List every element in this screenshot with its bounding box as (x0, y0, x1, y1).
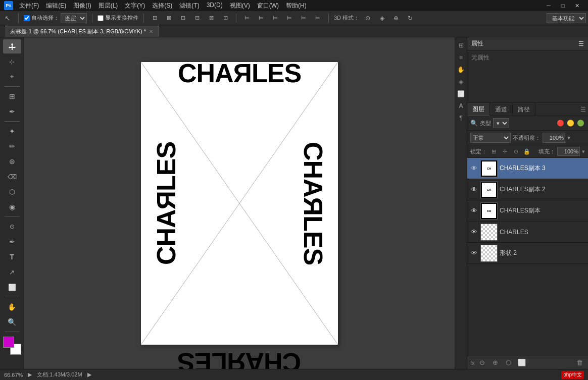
healing-tool-button[interactable]: ✦ (3, 124, 21, 138)
layers-panel-menu-icon[interactable]: ☰ (580, 106, 586, 113)
add-layer-mask-button[interactable]: ⊙ (477, 358, 488, 368)
distribute-top-icon[interactable]: ⊨ (284, 13, 295, 24)
paragraph-panel-icon[interactable]: ¶ (457, 113, 466, 123)
menu-text[interactable]: 文字(Y) (122, 1, 148, 11)
align-bottom-icon[interactable]: ⊡ (220, 13, 231, 24)
adjustments-icon[interactable]: ≡ (457, 52, 466, 63)
shape-panel-icon[interactable]: ⬜ (457, 89, 466, 99)
new-layer-button[interactable]: ⬜ (516, 358, 527, 368)
opacity-input[interactable] (543, 133, 565, 143)
tab-layers[interactable]: 图层 (467, 103, 490, 116)
lock-pixels-button[interactable]: ⊞ (489, 147, 498, 156)
hand-panel-icon[interactable]: ✋ (457, 65, 466, 75)
fill-arrow-icon[interactable]: ▾ (582, 148, 585, 155)
menu-filter[interactable]: 滤镜(T) (176, 1, 202, 11)
layer-item[interactable]: 👁 CHARLES (467, 222, 588, 243)
lasso-tool-button[interactable]: ⌖ (3, 70, 21, 84)
close-button[interactable]: ✕ (570, 0, 584, 11)
3d-icon-3[interactable]: ⊕ (390, 13, 402, 24)
3d-icon-4[interactable]: ↻ (405, 13, 416, 24)
blend-mode-select[interactable]: 正常 (470, 133, 511, 143)
layer-item[interactable]: 👁 形状 2 (467, 243, 588, 264)
distribute-v-icon[interactable]: ⊨ (298, 13, 309, 24)
workspace-select[interactable]: 基本功能 (547, 13, 586, 23)
eyedrop-tool-button[interactable]: ✒ (3, 104, 21, 119)
menu-image[interactable]: 图像(I) (70, 1, 94, 11)
distribute-left-icon[interactable]: ⊨ (241, 13, 253, 24)
blur-tool-button[interactable]: ◉ (3, 200, 21, 214)
align-center-v-icon[interactable]: ⊠ (206, 13, 217, 24)
distribute-right-icon[interactable]: ⊨ (270, 13, 281, 24)
3d-icon-2[interactable]: ◈ (376, 13, 387, 24)
menu-3d[interactable]: 3D(D) (204, 1, 226, 11)
lock-all-button[interactable]: 🔒 (522, 147, 531, 156)
move-tool-icon[interactable]: ↖ (2, 13, 13, 24)
eraser-tool-button[interactable]: ⌫ (3, 170, 21, 184)
typeface-panel-icon[interactable]: A (457, 101, 466, 111)
filter-icon-1[interactable]: 🔴 (556, 119, 565, 128)
align-left-icon[interactable]: ⊟ (149, 13, 160, 24)
fill-input[interactable] (557, 147, 580, 156)
minimize-button[interactable]: ─ (542, 0, 556, 11)
layer-item[interactable]: 👁 CH CHARLES副本 (467, 200, 588, 222)
filter-icon-3[interactable]: 🟢 (576, 119, 585, 128)
triangle-icon[interactable]: ▶ (28, 371, 32, 378)
align-right-icon[interactable]: ⊡ (177, 13, 188, 24)
type-tool-button[interactable]: T (3, 250, 21, 264)
align-center-h-icon[interactable]: ⊠ (163, 13, 174, 24)
lock-position-button[interactable]: ✛ (500, 147, 509, 156)
hand-tool-button[interactable]: ✋ (3, 300, 21, 314)
tab-channels[interactable]: 通道 (490, 103, 513, 116)
clone-tool-button[interactable]: ⊛ (3, 154, 21, 169)
menu-view[interactable]: 视图(V) (227, 1, 253, 11)
layer-visibility-toggle[interactable]: 👁 (469, 206, 478, 215)
dodge-tool-button[interactable]: ⊙ (3, 220, 21, 234)
menu-window[interactable]: 窗口(W) (254, 1, 282, 11)
layer-visibility-toggle[interactable]: 👁 (469, 249, 478, 258)
fx-label[interactable]: fx (470, 360, 475, 366)
layer-visibility-toggle[interactable]: 👁 (469, 185, 478, 194)
properties-icon[interactable]: ⊞ (457, 40, 466, 50)
crop-tool-button[interactable]: ⊞ (3, 89, 21, 103)
menu-select[interactable]: 选择(S) (149, 1, 175, 11)
3d-panel-icon[interactable]: ◈ (457, 77, 466, 87)
tab-close-button[interactable]: ✕ (149, 29, 153, 34)
layer-kind-select[interactable]: 图层 (61, 13, 87, 23)
menu-help[interactable]: 帮助(H) (283, 1, 310, 11)
layer-visibility-toggle[interactable]: 👁 (469, 164, 478, 173)
document-tab[interactable]: 未标题-1 @ 66.7% (CHARLES 副本 3, RGB/8/CMYK)… (5, 26, 159, 37)
layer-visibility-toggle[interactable]: 👁 (469, 228, 478, 237)
pen-tool-button[interactable]: ✒ (3, 235, 21, 249)
shape-tool-button[interactable]: ⬜ (3, 280, 21, 294)
layer-type-select[interactable]: ▾ (493, 118, 509, 128)
menu-edit[interactable]: 编辑(E) (43, 1, 69, 11)
delete-layer-button[interactable]: 🗑 (574, 358, 585, 368)
zoom-tool-button[interactable]: 🔍 (3, 315, 21, 329)
align-top-icon[interactable]: ⊟ (191, 13, 203, 24)
layer-group-button[interactable]: ⬡ (503, 358, 514, 368)
lock-artboards-button[interactable]: ⊙ (511, 147, 520, 156)
menu-file[interactable]: 文件(F) (16, 1, 42, 11)
maximize-button[interactable]: □ (556, 0, 570, 11)
selection-tool-button[interactable]: ⊹ (3, 55, 21, 69)
distribute-bottom-icon[interactable]: ⊨ (312, 13, 323, 24)
path-select-button[interactable]: ↗ (3, 265, 21, 279)
show-transform-checkbox[interactable] (97, 15, 104, 21)
opacity-arrow-icon[interactable]: ▾ (567, 134, 570, 141)
foreground-color-box[interactable] (3, 337, 14, 348)
move-tool-button[interactable] (3, 39, 21, 53)
menu-layer[interactable]: 图层(L) (95, 1, 121, 11)
create-fill-layer-button[interactable]: ⊕ (490, 358, 501, 368)
triangle-2-icon[interactable]: ▶ (87, 371, 91, 378)
layer-item[interactable]: 👁 CH CHARLES副本 3 (467, 158, 588, 179)
distribute-h-icon[interactable]: ⊨ (256, 13, 267, 24)
tab-paths[interactable]: 路径 (513, 103, 535, 116)
fill-tool-button[interactable]: ⬡ (3, 185, 21, 199)
3d-icon-1[interactable]: ⊙ (362, 13, 373, 24)
color-selector[interactable] (3, 337, 21, 355)
filter-icon-2[interactable]: 🟡 (566, 119, 575, 128)
layer-item[interactable]: 👁 CH CHARLES副本 2 (467, 179, 588, 200)
auto-select-checkbox[interactable] (24, 15, 30, 21)
attributes-menu-icon[interactable]: ☰ (578, 40, 584, 47)
brush-tool-button[interactable]: ✏ (3, 139, 21, 153)
